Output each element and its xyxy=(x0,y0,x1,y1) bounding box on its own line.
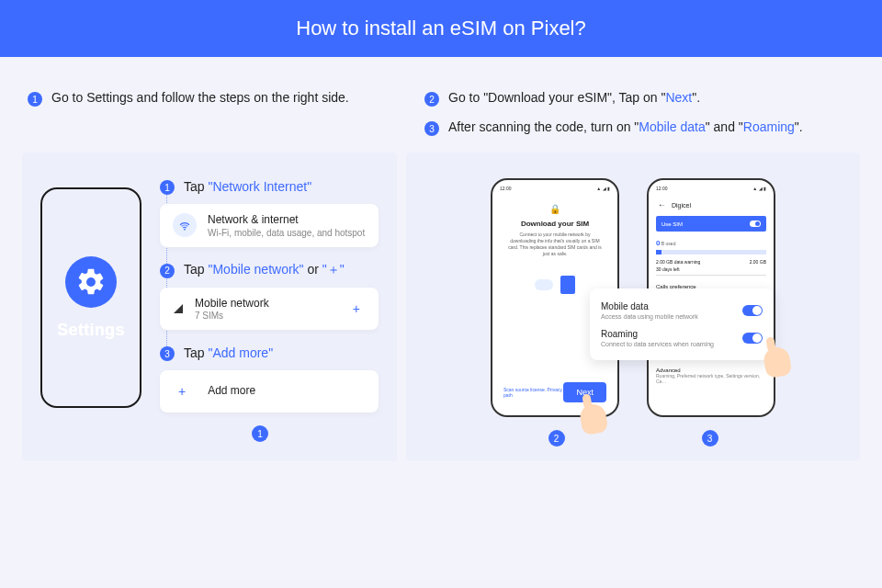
badge-2: 2 xyxy=(424,92,439,107)
use-sim-row[interactable]: Use SIM xyxy=(656,216,766,232)
panel-steps: Settings /*fix caption color*/document.a… xyxy=(22,153,397,461)
roaming-link[interactable]: Roaming xyxy=(743,119,795,134)
step-2-link: "Mobile network" xyxy=(208,262,303,277)
toggle-on-icon[interactable] xyxy=(750,220,761,227)
overlay-toggles-card: Mobile data Access data using mobile net… xyxy=(590,288,774,360)
card-title: Mobile network xyxy=(195,297,269,311)
roaming-toggle[interactable] xyxy=(742,333,763,344)
carrier-label: Digicel xyxy=(672,202,691,209)
step-3-link: "Add more" xyxy=(208,345,273,360)
data-usage-bar xyxy=(656,250,766,254)
step-2: 2 Tap "Mobile network" or "＋" Mobile net… xyxy=(160,262,379,331)
back-arrow-icon[interactable]: ← xyxy=(658,200,666,209)
mobile-data-row[interactable]: Mobile data Access data using mobile net… xyxy=(601,301,763,320)
cloud-icon xyxy=(535,279,553,290)
card-subtitle: Wi-Fi, mobile, data usage, and hotspot xyxy=(208,228,365,238)
status-bar: 12:00 ▲ ◢ ▮ xyxy=(649,180,774,191)
step-2-plus-link: "＋" xyxy=(322,262,345,277)
phone-header: ← Digicel xyxy=(656,197,766,213)
plus-icon: + xyxy=(173,384,191,399)
status-bar: 12:00 ▲ ◢ ▮ xyxy=(492,180,617,191)
badge-3: 3 xyxy=(424,121,439,136)
signal-icon xyxy=(173,303,184,314)
card-title: Network & internet xyxy=(208,213,365,228)
intro-right-line-1: Go to "Download your eSIM", Tap on "Next… xyxy=(448,90,700,105)
settings-phone-illustration: Settings xyxy=(40,187,141,408)
intro-right-line-2: After scanning the code, turn on "Mobile… xyxy=(448,119,803,134)
footer-badge-1: 1 xyxy=(252,425,268,442)
intro-left: 1 Go to Settings and follow the steps on… xyxy=(28,90,424,136)
hand-pointer-icon xyxy=(762,345,792,379)
download-sim-desc: Connect to your mobile network by downlo… xyxy=(500,232,610,257)
card-network-internet[interactable]: Network & internet Wi-Fi, mobile, data u… xyxy=(160,204,379,247)
plus-icon[interactable]: + xyxy=(347,301,366,316)
mobile-data-toggle[interactable] xyxy=(742,305,763,316)
badge-1: 1 xyxy=(28,92,42,107)
card-add-more[interactable]: + Add more xyxy=(160,370,379,413)
step-badge-3: 3 xyxy=(160,346,175,361)
gear-icon xyxy=(65,256,117,308)
wifi-icon xyxy=(173,213,197,237)
step-1: 1 Tap "Network Internet" Network & inter… xyxy=(160,178,379,247)
step-3: 3 Tap "Add more" + Add more xyxy=(160,345,379,413)
scan-illustration xyxy=(535,276,575,294)
mobile-data-link[interactable]: Mobile data xyxy=(639,119,705,134)
footer-badge-2: 2 xyxy=(548,430,565,447)
intro-right: 2 Go to "Download your eSIM", Tap on "Ne… xyxy=(424,90,854,136)
card-subtitle: 7 SIMs xyxy=(195,311,269,321)
next-link[interactable]: Next xyxy=(665,90,692,105)
lock-icon: 🔒 xyxy=(500,204,610,214)
download-sim-title: Download your SIM xyxy=(500,220,610,228)
step-badge-2: 2 xyxy=(160,264,175,278)
panel-phones: 12:00 ▲ ◢ ▮ 🔒 Download your SIM Connect … xyxy=(406,153,860,461)
card-mobile-network[interactable]: Mobile network 7 SIMs + xyxy=(160,288,379,331)
step-badge-1: 1 xyxy=(160,180,175,195)
footer-badges-right: 2 3 xyxy=(424,430,842,447)
page-title: How to install an eSIM on Pixel? xyxy=(296,17,586,40)
footer-badge-3: 3 xyxy=(702,430,718,447)
privacy-link[interactable]: Scan source license. Privacy path xyxy=(503,387,563,398)
card-title: Add more xyxy=(208,384,255,399)
panels-row: Settings /*fix caption color*/document.a… xyxy=(0,153,882,461)
steps-column: 1 Tap "Network Internet" Network & inter… xyxy=(160,178,379,413)
intro-row: 1 Go to Settings and follow the steps on… xyxy=(0,57,882,153)
step-1-link: "Network Internet" xyxy=(208,179,311,194)
page-header: How to install an eSIM on Pixel? xyxy=(0,0,882,57)
data-used: 0 B used xyxy=(656,239,766,247)
intro-left-text: Go to Settings and follow the steps on t… xyxy=(51,90,349,105)
roaming-row[interactable]: Roaming Connect to data services when ro… xyxy=(601,329,763,347)
footer-badges-left: 1 xyxy=(40,425,379,442)
settings-caption: Settings xyxy=(57,321,124,340)
sim-card-icon xyxy=(560,276,575,294)
